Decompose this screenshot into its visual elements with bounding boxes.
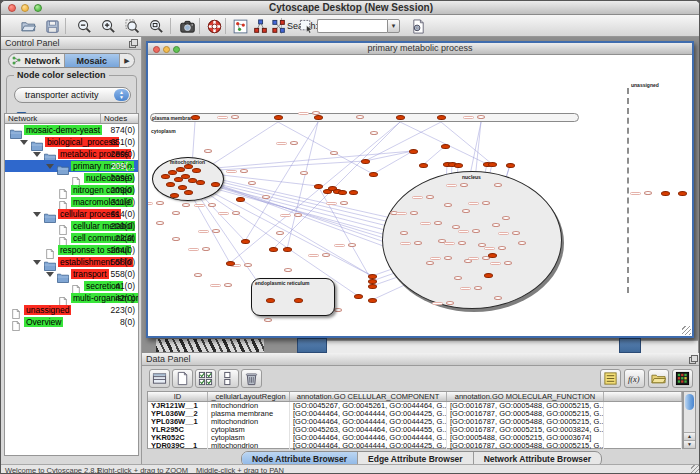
- delete-attribute-button[interactable]: [241, 369, 262, 388]
- table-cell[interactable]: [GO:0016787, GO:0005488, GO:0005215, G..…: [447, 410, 604, 418]
- network-node-unselected[interactable]: [202, 247, 210, 251]
- network-node-unselected[interactable]: [172, 237, 180, 241]
- formula-button[interactable]: f(x): [624, 369, 645, 388]
- network-node-unselected[interactable]: [322, 253, 330, 257]
- network-node[interactable]: [409, 149, 418, 154]
- float-panel-icon[interactable]: [129, 39, 138, 48]
- network-node-unselected[interactable]: [454, 276, 462, 280]
- network-node-unselected[interactable]: [370, 131, 378, 135]
- network-node[interactable]: [266, 298, 275, 303]
- network-node[interactable]: [176, 167, 185, 172]
- network-node[interactable]: [396, 115, 405, 120]
- column-network[interactable]: Network: [5, 114, 101, 123]
- tree-row[interactable]: unassigned223(0): [5, 304, 138, 316]
- network-view-window[interactable]: primary metabolic process plasma membran…: [146, 41, 694, 338]
- network-node[interactable]: [454, 163, 463, 168]
- network-node[interactable]: [314, 115, 323, 120]
- network-node-unselected[interactable]: [434, 221, 442, 225]
- new-attribute-button[interactable]: [172, 369, 193, 388]
- tree-row[interactable]: cellular metabol209(0): [5, 220, 138, 232]
- tree-row[interactable]: metabolic process280(0): [5, 148, 138, 160]
- table-row[interactable]: YPL036W__2plasma membrane[GO:0044464, GO…: [148, 410, 682, 418]
- tab-network[interactable]: Network: [9, 54, 65, 67]
- network-node[interactable]: [441, 144, 450, 149]
- network-node[interactable]: [283, 247, 292, 252]
- table-row[interactable]: YPL036W__1mitochondrion[GO:0044464, GO:0…: [148, 418, 682, 426]
- network-label[interactable]: Overview: [24, 317, 63, 327]
- table-cell[interactable]: mitochondrion: [208, 418, 290, 426]
- network-node-unselected[interactable]: [262, 195, 270, 199]
- network-canvas[interactable]: plasma membrane cytoplasm mitochondrion …: [148, 55, 692, 336]
- tab-mosaic[interactable]: Mosaic: [65, 54, 121, 67]
- zoom-out-button[interactable]: [75, 17, 94, 35]
- table-cell[interactable]: mitochondrion: [208, 402, 290, 410]
- network-node[interactable]: [488, 162, 497, 167]
- network-node-unselected[interactable]: [244, 263, 252, 267]
- network-node-unselected[interactable]: [472, 229, 480, 233]
- network-node-unselected[interactable]: [458, 241, 466, 245]
- snapshot-button[interactable]: [178, 17, 197, 35]
- network-node[interactable]: [361, 159, 370, 164]
- table-cell[interactable]: [GO:0044464, GO:0044446, GO:0044444, G..…: [290, 434, 447, 442]
- network-node-unselected[interactable]: [426, 261, 434, 265]
- disclosure-triangle-icon[interactable]: [20, 140, 28, 145]
- network-node-unselected[interactable]: [518, 241, 526, 245]
- table-cell[interactable]: [GO:0016787, GO:0005215, GO:0003824, G..…: [447, 426, 604, 434]
- network-node-unselected[interactable]: [156, 221, 164, 225]
- network-node-unselected[interactable]: [426, 195, 434, 199]
- import-attributes-button[interactable]: [648, 369, 669, 388]
- network-node-unselected[interactable]: [156, 201, 164, 205]
- table-column-header[interactable]: annotation.GO CELLULAR_COMPONENT: [290, 392, 447, 401]
- network-node-unselected[interactable]: [474, 286, 482, 290]
- table-cell[interactable]: [GO:0044464, GO:0044444, GO:0044425, G..…: [290, 418, 447, 426]
- scroll-up-button[interactable]: ▲: [684, 432, 695, 440]
- network-label[interactable]: transport: [71, 269, 109, 279]
- layout-b-button[interactable]: [269, 17, 288, 35]
- network-node-unselected[interactable]: [477, 115, 485, 119]
- network-node[interactable]: [419, 163, 428, 168]
- tree-row[interactable]: biological_process651(0): [5, 136, 138, 148]
- scroll-down-button[interactable]: ▼: [684, 440, 695, 448]
- network-node-unselected[interactable]: [444, 203, 452, 207]
- network-node-unselected[interactable]: [446, 301, 454, 305]
- network-node-unselected[interactable]: [194, 273, 202, 277]
- table-row[interactable]: YKR052Ccytoplasm[GO:0044464, GO:0044446,…: [148, 434, 682, 442]
- network-node[interactable]: [437, 115, 446, 120]
- table-row[interactable]: YLR295Ccytoplasm[GO:0045263, GO:0044464,…: [148, 426, 682, 434]
- network-node-unselected[interactable]: [276, 231, 284, 235]
- network-node[interactable]: [166, 182, 175, 187]
- network-node[interactable]: [349, 190, 358, 195]
- float-panel-icon[interactable]: [689, 355, 698, 364]
- network-node-unselected[interactable]: [284, 268, 292, 272]
- network-node[interactable]: [488, 253, 497, 258]
- network-node[interactable]: [294, 298, 303, 303]
- table-cell[interactable]: [GO:0045267, GO:0045261, GO:0044464, G..…: [290, 402, 447, 410]
- tree-row[interactable]: macromolecule311(0): [5, 196, 138, 208]
- table-cell[interactable]: [GO:0005488, GO:0005215, GO:0003674]: [447, 434, 604, 442]
- network-node[interactable]: [661, 191, 670, 196]
- network-label[interactable]: mosaic-demo-yeast: [24, 125, 102, 135]
- network-node-unselected[interactable]: [334, 308, 342, 312]
- disclosure-triangle-icon[interactable]: [33, 260, 41, 265]
- table-cell[interactable]: cytoplasm: [208, 434, 290, 442]
- network-node[interactable]: [368, 298, 377, 303]
- table-cell[interactable]: plasma membrane: [208, 410, 290, 418]
- network-node[interactable]: [274, 115, 283, 120]
- search-dropdown-button[interactable]: ▾: [387, 19, 400, 33]
- tree-row[interactable]: cell communicat22(0): [5, 232, 138, 244]
- network-node-unselected[interactable]: [224, 283, 232, 287]
- network-node-unselected[interactable]: [460, 183, 468, 187]
- table-cell[interactable]: YKR052C: [148, 434, 208, 442]
- table-cell[interactable]: [GO:0045263, GO:0044464, GO:0044455, G..…: [290, 426, 447, 434]
- tree-row[interactable]: response to stimul264(0): [5, 244, 138, 256]
- network-node-unselected[interactable]: [494, 296, 502, 300]
- network-node[interactable]: [211, 182, 220, 187]
- network-node[interactable]: [192, 168, 201, 173]
- network-node[interactable]: [484, 273, 493, 278]
- network-node[interactable]: [678, 191, 687, 196]
- table-cell[interactable]: YPL036W__1: [148, 418, 208, 426]
- table-cell[interactable]: [GO:0016787, GO:0005488, GO:0005215, G..…: [447, 442, 604, 450]
- network-node-unselected[interactable]: [330, 151, 338, 155]
- scrollbar-thumb[interactable]: [685, 394, 694, 410]
- table-cell[interactable]: YLR295C: [148, 426, 208, 434]
